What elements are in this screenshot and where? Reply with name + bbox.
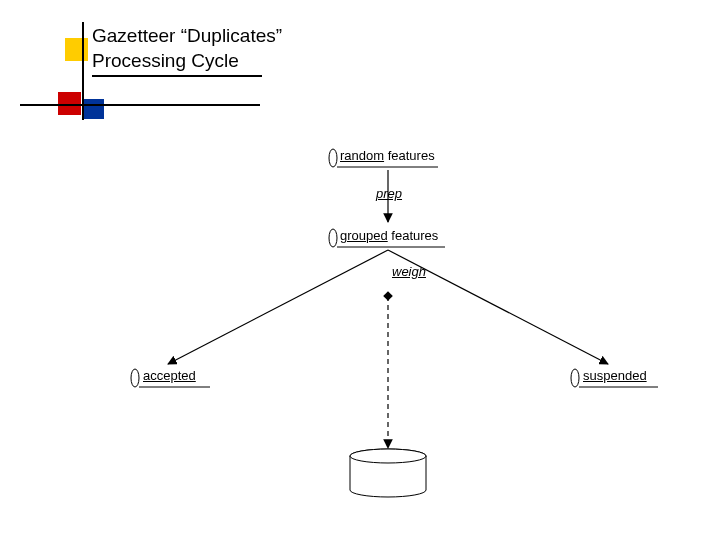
title-underline [92, 75, 262, 77]
svg-point-2 [329, 229, 337, 247]
svg-point-6 [571, 369, 579, 387]
connectors [0, 0, 720, 540]
process-prep: prep [376, 186, 402, 201]
deco-line-h1 [20, 104, 260, 106]
node-grouped-label: grouped features [340, 228, 438, 243]
deco-square-blue [84, 99, 104, 119]
title-line-1: Gazetteer “Duplicates” [92, 24, 292, 49]
title-line-2: Processing Cycle [92, 49, 292, 74]
node-random-label: random features [340, 148, 435, 163]
node-accepted-label: accepted [143, 368, 196, 383]
deco-square-yellow [65, 38, 88, 61]
svg-point-0 [329, 149, 337, 167]
node-database-label: feature database [363, 458, 417, 491]
svg-point-4 [131, 369, 139, 387]
node-suspended-label: suspended [583, 368, 647, 383]
diagram-stage: Gazetteer “Duplicates” Processing Cycle [0, 0, 720, 540]
diagram-title: Gazetteer “Duplicates” Processing Cycle [92, 24, 292, 77]
arrow-grouped-accepted [168, 250, 388, 364]
process-weigh: weigh [392, 264, 426, 279]
